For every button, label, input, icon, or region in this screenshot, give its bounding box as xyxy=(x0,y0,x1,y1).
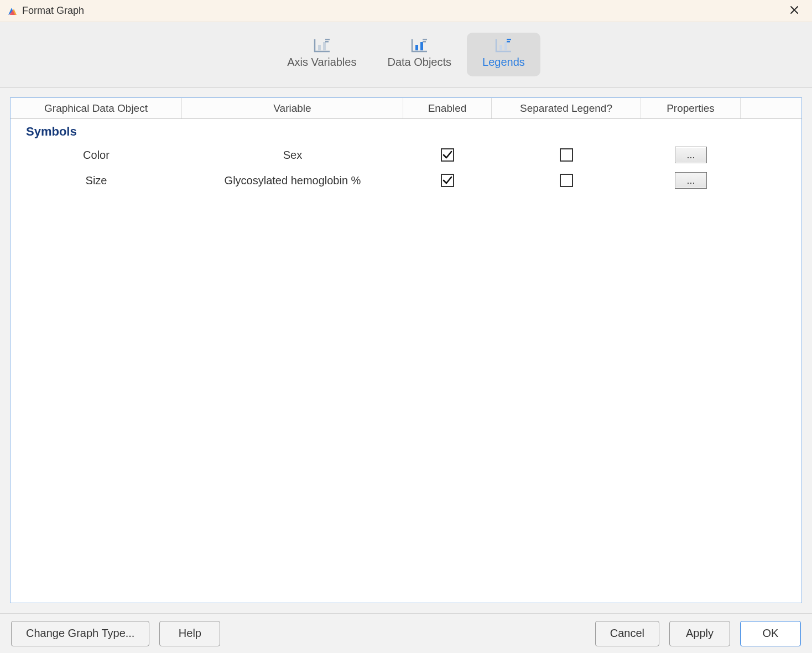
close-button[interactable] xyxy=(783,0,805,22)
svg-rect-13 xyxy=(507,39,511,40)
help-button[interactable]: Help xyxy=(159,621,220,646)
tabstrip: Axis Variables Data Objects xyxy=(0,22,812,87)
window-title: Format Graph xyxy=(22,5,84,17)
cell-properties: ... xyxy=(641,142,741,168)
svg-rect-12 xyxy=(504,42,507,50)
tab-legends[interactable]: Legends xyxy=(467,33,540,76)
separated-checkbox[interactable] xyxy=(560,148,573,162)
col-header-enabled[interactable]: Enabled xyxy=(403,98,492,118)
separated-checkbox[interactable] xyxy=(560,174,573,187)
cell-object: Color xyxy=(11,142,182,168)
svg-rect-4 xyxy=(323,42,326,50)
tab-label: Axis Variables xyxy=(287,56,356,69)
properties-button[interactable]: ... xyxy=(675,147,707,163)
legends-icon xyxy=(495,38,512,53)
col-header-spacer xyxy=(741,98,801,118)
cell-enabled xyxy=(403,168,492,193)
tab-data-objects[interactable]: Data Objects xyxy=(372,33,467,76)
ok-button[interactable]: OK xyxy=(740,621,801,646)
svg-rect-14 xyxy=(507,41,510,43)
apply-button[interactable]: Apply xyxy=(669,621,730,646)
svg-rect-10 xyxy=(423,41,426,43)
axis-variables-icon xyxy=(313,38,331,53)
enabled-checkbox[interactable] xyxy=(441,174,454,187)
data-objects-icon xyxy=(410,38,428,53)
tab-label: Legends xyxy=(482,56,525,69)
cell-separated xyxy=(492,168,641,193)
table-row: Color Sex ... xyxy=(11,142,801,168)
svg-rect-9 xyxy=(423,39,427,40)
legends-panel: Graphical Data Object Variable Enabled S… xyxy=(10,97,802,603)
app-logo-icon xyxy=(7,6,18,17)
properties-button[interactable]: ... xyxy=(675,172,707,189)
col-header-separated[interactable]: Separated Legend? xyxy=(492,98,641,118)
group-symbols: Symbols xyxy=(11,121,801,142)
svg-rect-7 xyxy=(415,45,418,50)
cell-separated xyxy=(492,142,641,168)
titlebar: Format Graph xyxy=(0,0,812,22)
cell-variable: Glycosylated hemoglobin % xyxy=(182,168,403,193)
tab-axis-variables[interactable]: Axis Variables xyxy=(272,33,372,76)
tab-label: Data Objects xyxy=(387,56,451,69)
cancel-button[interactable]: Cancel xyxy=(595,621,659,646)
grid-body: Symbols Color Sex ... xyxy=(11,119,801,603)
table-row: Size Glycosylated hemoglobin % ... xyxy=(11,168,801,193)
col-header-variable[interactable]: Variable xyxy=(182,98,403,118)
cell-object: Size xyxy=(11,168,182,193)
close-icon xyxy=(790,4,799,17)
cell-properties: ... xyxy=(641,168,741,193)
svg-rect-8 xyxy=(420,42,423,50)
format-graph-dialog: Format Graph Axis Variables xyxy=(0,0,812,653)
svg-rect-3 xyxy=(318,45,321,50)
cell-enabled xyxy=(403,142,492,168)
grid-header: Graphical Data Object Variable Enabled S… xyxy=(11,98,801,119)
svg-rect-11 xyxy=(499,45,502,50)
cell-variable: Sex xyxy=(182,142,403,168)
enabled-checkbox[interactable] xyxy=(441,148,454,162)
col-header-properties[interactable]: Properties xyxy=(641,98,741,118)
content-area: Graphical Data Object Variable Enabled S… xyxy=(0,87,812,613)
svg-rect-5 xyxy=(325,39,330,40)
svg-rect-6 xyxy=(325,41,329,43)
dialog-footer: Change Graph Type... Help Cancel Apply O… xyxy=(0,613,812,653)
col-header-object[interactable]: Graphical Data Object xyxy=(11,98,182,118)
change-graph-type-button[interactable]: Change Graph Type... xyxy=(11,621,149,646)
